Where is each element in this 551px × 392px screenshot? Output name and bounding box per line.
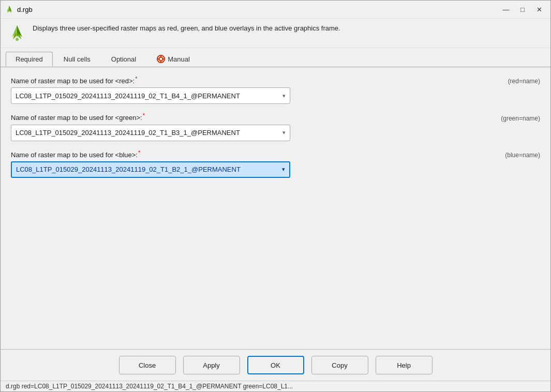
close-window-button[interactable]: ✕ <box>532 4 546 15</box>
green-map-value: LC08_L1TP_015029_20241113_20241119_02_T1… <box>16 129 240 137</box>
app-icon <box>5 5 14 14</box>
green-dropdown-arrow: ▾ <box>282 129 286 136</box>
help-button[interactable]: Help <box>376 356 433 374</box>
description-text: Displays three user-specified raster map… <box>33 24 340 33</box>
tab-manual[interactable]: Manual <box>147 51 200 67</box>
blue-dropdown-arrow: ▾ <box>282 166 285 173</box>
red-field-label: Name of raster map to be used for <red>:… <box>11 76 137 85</box>
ok-button[interactable]: OK <box>247 356 304 374</box>
red-map-dropdown[interactable]: LC08_L1TP_015029_20241113_20241119_02_T1… <box>11 87 290 104</box>
red-dropdown-arrow: ▾ <box>282 93 286 99</box>
blue-map-value: LC08_L1TP_015029_20241113_20241119_02_T1… <box>16 165 241 173</box>
red-map-value: LC08_L1TP_015029_20241113_20241119_02_T1… <box>16 92 240 100</box>
title-bar-left: d.rgb <box>5 5 33 14</box>
title-bar: d.rgb — □ ✕ <box>1 1 550 19</box>
green-field-hint: (green=name) <box>501 115 540 122</box>
tab-manual-label: Manual <box>168 55 190 63</box>
main-content: Name of raster map to be used for <red>:… <box>1 67 550 349</box>
tab-bar: Required Null cells Optional Manual <box>1 48 550 67</box>
blue-required-star: * <box>138 149 140 156</box>
svg-point-8 <box>159 57 163 61</box>
green-field-group: Name of raster map to be used for <green… <box>11 112 540 141</box>
blue-map-dropdown[interactable]: LC08_L1TP_015029_20241113_20241119_02_T1… <box>11 161 290 178</box>
status-bar: d.rgb red=LC08_L1TP_015029_20241113_2024… <box>1 381 550 391</box>
tab-required[interactable]: Required <box>6 52 53 67</box>
description-bar: Displays three user-specified raster map… <box>1 19 550 48</box>
status-text: d.rgb red=LC08_L1TP_015029_20241113_2024… <box>6 383 293 390</box>
copy-button[interactable]: Copy <box>311 356 368 374</box>
blue-field-label: Name of raster map to be used for <blue>… <box>11 149 140 159</box>
blue-label-row: Name of raster map to be used for <blue>… <box>11 149 540 159</box>
red-label-row: Name of raster map to be used for <red>:… <box>11 76 540 85</box>
red-required-star: * <box>135 76 137 82</box>
window-controls: — □ ✕ <box>499 4 546 15</box>
close-button[interactable]: Close <box>119 356 176 374</box>
green-label-row: Name of raster map to be used for <green… <box>11 112 540 122</box>
green-required-star: * <box>143 112 145 118</box>
lifebuoy-icon <box>157 55 165 63</box>
tab-optional[interactable]: Optional <box>101 52 146 67</box>
green-field-label: Name of raster map to be used for <green… <box>11 112 145 122</box>
main-window: d.rgb — □ ✕ Displays three user-specifie… <box>0 0 551 392</box>
blue-field-hint: (blue=name) <box>505 152 540 159</box>
minimize-button[interactable]: — <box>499 4 513 15</box>
red-field-group: Name of raster map to be used for <red>:… <box>11 76 540 104</box>
apply-button[interactable]: Apply <box>183 356 240 374</box>
green-map-dropdown[interactable]: LC08_L1TP_015029_20241113_20241119_02_T1… <box>11 125 290 141</box>
svg-point-6 <box>16 38 19 41</box>
tab-null-cells[interactable]: Null cells <box>54 52 100 67</box>
maximize-button[interactable]: □ <box>515 4 530 15</box>
window-title: d.rgb <box>17 6 33 13</box>
bottom-button-bar: Close Apply OK Copy Help <box>1 349 550 381</box>
grass-logo-icon <box>8 24 26 42</box>
blue-field-group: Name of raster map to be used for <blue>… <box>11 149 540 178</box>
red-field-hint: (red=name) <box>508 78 540 85</box>
